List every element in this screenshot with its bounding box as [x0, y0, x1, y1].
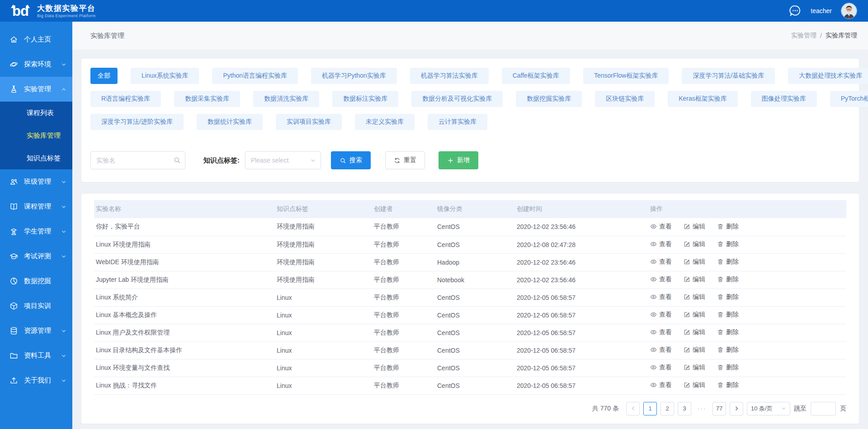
- page-button-1[interactable]: 1: [643, 402, 657, 415]
- view-button[interactable]: 查看: [650, 240, 672, 248]
- filter-tag[interactable]: PyTorch框架实验库: [830, 91, 868, 107]
- delete-button[interactable]: 删除: [717, 381, 739, 389]
- prev-page-button[interactable]: [626, 402, 640, 415]
- filter-tag[interactable]: Linux系统实验库: [131, 68, 199, 84]
- table-header-row: 实验名称 知识点标签 创建者 镜像分类 创建时间 操作: [94, 200, 846, 218]
- page-size-select[interactable]: 10 条/页: [747, 402, 790, 415]
- edit-button[interactable]: 编辑: [684, 293, 705, 301]
- message-bubble-icon[interactable]: [789, 5, 802, 17]
- filter-tag[interactable]: 大数据处理技术实验库: [788, 68, 868, 84]
- delete-button[interactable]: 删除: [717, 364, 739, 372]
- sidebar-item-data-mining[interactable]: 数据挖掘: [0, 269, 72, 294]
- delete-button[interactable]: 删除: [717, 240, 739, 248]
- filter-tag[interactable]: R语言编程实验库: [90, 91, 161, 107]
- edit-button[interactable]: 编辑: [684, 311, 705, 319]
- delete-button[interactable]: 删除: [717, 293, 739, 301]
- sidebar-item-experiment-mgmt[interactable]: 实验管理: [0, 77, 72, 102]
- view-button[interactable]: 查看: [650, 364, 672, 372]
- filter-tag[interactable]: TensorFlow框架实验库: [583, 68, 669, 84]
- sidebar-item-data-tools[interactable]: 资料工具: [0, 343, 72, 368]
- delete-button[interactable]: 删除: [717, 258, 739, 266]
- view-button[interactable]: 查看: [650, 258, 672, 266]
- edit-button[interactable]: 编辑: [684, 381, 705, 389]
- sidebar-item-student-mgmt[interactable]: 学生管理: [0, 219, 72, 244]
- eye-icon: [650, 382, 657, 388]
- pagination-total: 共 770 条: [592, 405, 619, 413]
- filter-tag[interactable]: 未定义实验库: [355, 114, 415, 130]
- filter-tag[interactable]: 机器学习算法实验库: [410, 68, 489, 84]
- edit-button[interactable]: 编辑: [684, 328, 705, 336]
- filter-tag[interactable]: 图像处理实验库: [751, 91, 817, 107]
- view-button[interactable]: 查看: [650, 293, 672, 301]
- sidebar-item-knowledge-tags[interactable]: 知识点标签: [0, 147, 72, 169]
- filter-tag[interactable]: 深度学习算法/基础实验库: [682, 68, 775, 84]
- filter-tag[interactable]: Keras框架实验库: [668, 91, 738, 107]
- filter-tag[interactable]: 数据挖掘实验库: [516, 91, 582, 107]
- edit-button[interactable]: 编辑: [684, 240, 705, 248]
- page-button-3[interactable]: 3: [678, 402, 691, 415]
- delete-button[interactable]: 删除: [717, 346, 739, 354]
- table-row: Linux 目录结构及文件基本操作Linux平台教师CentOS2020-12-…: [94, 341, 846, 359]
- flask-icon: [9, 85, 18, 93]
- view-button[interactable]: 查看: [650, 381, 672, 389]
- book-icon: [9, 202, 18, 211]
- username: teacher: [811, 7, 832, 14]
- breadcrumb-separator: /: [820, 32, 822, 39]
- experiment-name-input[interactable]: [90, 151, 185, 169]
- edit-icon: [684, 329, 690, 336]
- delete-button[interactable]: 删除: [717, 223, 739, 231]
- view-button[interactable]: 查看: [650, 311, 672, 319]
- sidebar-item-about-us[interactable]: 关于我们: [0, 368, 72, 393]
- avatar[interactable]: [841, 3, 857, 19]
- sidebar-item-experiment-library[interactable]: 实验库管理: [0, 124, 72, 147]
- view-button[interactable]: 查看: [650, 275, 672, 284]
- view-button[interactable]: 查看: [650, 328, 672, 336]
- knowledge-tag-select[interactable]: Please select: [245, 151, 321, 169]
- trash-icon: [717, 258, 724, 265]
- edit-icon: [684, 223, 690, 230]
- add-button[interactable]: 新增: [439, 151, 478, 169]
- page-ellipsis[interactable]: ···: [695, 402, 709, 415]
- edit-button[interactable]: 编辑: [684, 223, 705, 231]
- filter-tag[interactable]: 机器学习Python实验库: [311, 68, 397, 84]
- edit-button[interactable]: 编辑: [684, 346, 705, 354]
- sidebar-item-class-mgmt[interactable]: 班级管理: [0, 169, 72, 194]
- next-page-button[interactable]: [730, 402, 743, 415]
- filter-tag-all[interactable]: 全部: [90, 68, 118, 84]
- view-button[interactable]: 查看: [650, 346, 672, 354]
- filter-tag[interactable]: 数据标注实验库: [332, 91, 398, 107]
- search-button[interactable]: 搜索: [331, 151, 371, 169]
- filter-tag[interactable]: Caffe框架实验库: [502, 68, 570, 84]
- sidebar-item-explore-env[interactable]: 探索环境: [0, 52, 72, 77]
- filter-tag[interactable]: 云计算实验库: [428, 114, 487, 130]
- view-button[interactable]: 查看: [650, 223, 672, 231]
- sidebar-item-course-list[interactable]: 课程列表: [0, 102, 72, 124]
- delete-button[interactable]: 删除: [717, 328, 739, 336]
- delete-button[interactable]: 删除: [717, 311, 739, 319]
- table-row: Linux 用户及文件权限管理Linux平台教师CentOS2020-12-05…: [94, 324, 846, 341]
- filter-tag[interactable]: 实训项目实验库: [276, 114, 342, 130]
- sidebar-item-project-training[interactable]: 项目实训: [0, 294, 72, 318]
- reset-button[interactable]: 重置: [385, 151, 425, 169]
- filter-tag[interactable]: 区块链实验库: [595, 91, 655, 107]
- chevron-down-icon: [61, 62, 66, 67]
- sidebar-item-exam-eval[interactable]: 考试评测: [0, 244, 72, 269]
- filter-tag[interactable]: 数据分析及可视化实验库: [411, 91, 503, 107]
- edit-button[interactable]: 编辑: [684, 258, 705, 266]
- filter-tag[interactable]: 数据统计实验库: [197, 114, 263, 130]
- edit-button[interactable]: 编辑: [684, 275, 705, 284]
- page-button-2[interactable]: 2: [660, 402, 674, 415]
- breadcrumb-parent[interactable]: 实验管理: [791, 32, 816, 40]
- filter-tag[interactable]: 深度学习算法/进阶实验库: [90, 114, 184, 130]
- page-button-last[interactable]: 77: [712, 402, 726, 415]
- edit-button[interactable]: 编辑: [684, 364, 705, 372]
- filter-tag[interactable]: Python语言编程实验库: [212, 68, 298, 84]
- sidebar-item-home[interactable]: 个人主页: [0, 27, 72, 52]
- sidebar-item-resource-mgmt[interactable]: 资源管理: [0, 318, 72, 343]
- refresh-icon: [394, 157, 401, 164]
- filter-tag[interactable]: 数据清洗实验库: [253, 91, 319, 107]
- jump-page-input[interactable]: [811, 402, 836, 415]
- delete-button[interactable]: 删除: [717, 275, 739, 284]
- sidebar-item-course-mgmt[interactable]: 课程管理: [0, 194, 72, 219]
- filter-tag[interactable]: 数据采集实验库: [174, 91, 240, 107]
